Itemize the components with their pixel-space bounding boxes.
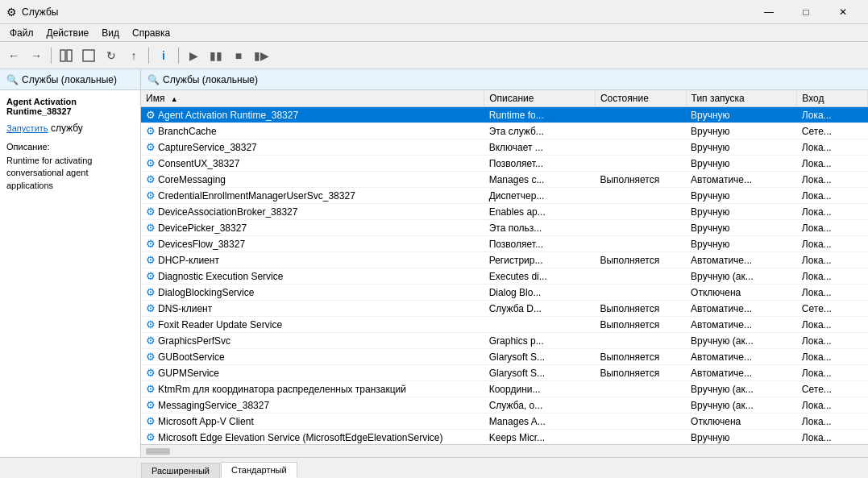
table-row[interactable]: ⚙GUPMServiceGlarysoft S...ВыполняетсяАвт… xyxy=(141,365,868,381)
service-startup-cell: Вручную xyxy=(686,220,797,236)
start-service-suffix: службу xyxy=(48,123,83,134)
service-desc-cell: Служба, о... xyxy=(484,397,596,414)
service-login-cell: Лока... xyxy=(797,333,868,349)
table-row[interactable]: ⚙Microsoft App-V ClientManages A...Отклю… xyxy=(141,414,868,430)
tab-standard[interactable]: Стандартный xyxy=(221,462,297,478)
table-row[interactable]: ⚙DevicesFlow_38327Позволяет...ВручнуюЛок… xyxy=(141,236,868,252)
service-startup-cell: Автоматиче... xyxy=(686,301,797,317)
col-header-name[interactable]: Имя ▲ xyxy=(141,90,484,107)
sort-indicator: ▲ xyxy=(171,95,178,103)
table-row[interactable]: ⚙DeviceAssociationBroker_38327Enables ap… xyxy=(141,204,868,220)
show-tree-button[interactable] xyxy=(56,45,77,66)
service-desc-cell: Manages A... xyxy=(484,414,596,430)
desc-text: Runtime for activating conversational ag… xyxy=(6,155,134,192)
table-row[interactable]: ⚙DHCP-клиентРегистрир...ВыполняетсяАвтом… xyxy=(141,252,868,268)
service-startup-cell: Вручную (ак... xyxy=(686,381,797,397)
menu-help[interactable]: Справка xyxy=(126,26,177,40)
service-state-cell: Выполняется xyxy=(595,365,686,381)
table-row[interactable]: ⚙BranchCacheЭта служб...ВручнуюСете... xyxy=(141,123,868,139)
forward-button[interactable]: → xyxy=(26,45,47,66)
service-login-cell: Сете... xyxy=(797,123,868,139)
service-name-cell: ⚙CoreMessaging xyxy=(141,172,484,188)
table-row[interactable]: ⚙DialogBlockingServiceDialog Blo...Отклю… xyxy=(141,285,868,301)
service-desc-cell: Диспетчер... xyxy=(484,188,596,204)
gear-icon: ⚙ xyxy=(146,189,156,202)
start-service-link[interactable]: Запустить xyxy=(6,123,48,133)
service-state-cell xyxy=(595,381,686,397)
service-state-cell xyxy=(595,333,686,349)
service-login-cell: Сете... xyxy=(797,381,868,397)
gear-icon: ⚙ xyxy=(146,351,156,363)
gear-icon: ⚙ xyxy=(146,173,156,185)
up-button[interactable]: ↑ xyxy=(123,45,144,66)
table-row[interactable]: ⚙CredentialEnrollmentManagerUserSvc_3832… xyxy=(141,188,868,204)
table-row[interactable]: ⚙Diagnostic Execution ServiceExecutes di… xyxy=(141,268,868,285)
service-desc-cell: Keeps Micr... xyxy=(484,430,596,445)
right-panel-search-icon: 🔍 xyxy=(147,74,160,85)
minimize-button[interactable]: — xyxy=(750,0,787,24)
hide-tree-button[interactable] xyxy=(78,45,99,66)
service-state-cell xyxy=(595,268,686,285)
restart-button[interactable]: ▮▶ xyxy=(251,45,272,66)
service-login-cell: Лока... xyxy=(797,220,868,236)
right-panel-header: 🔍 Службы (локальные) xyxy=(141,69,868,90)
service-state-cell xyxy=(595,285,686,301)
left-panel-search-icon: 🔍 xyxy=(6,74,19,85)
play-button[interactable]: ▶ xyxy=(183,45,204,66)
service-name-cell: ⚙CaptureService_38327 xyxy=(141,139,484,156)
table-row[interactable]: ⚙Agent Activation Runtime_38327Runtime f… xyxy=(141,107,868,123)
menu-file[interactable]: Файл xyxy=(3,26,40,40)
table-row[interactable]: ⚙GUBootServiceGlarysoft S...ВыполняетсяА… xyxy=(141,349,868,365)
pause-button[interactable]: ▮▮ xyxy=(206,45,226,66)
desc-label: Описание: xyxy=(6,142,134,152)
stop-button[interactable]: ■ xyxy=(228,45,249,66)
table-row[interactable]: ⚙DevicePicker_38327Эта польз...ВручнуюЛо… xyxy=(141,220,868,236)
service-name-cell: ⚙DHCP-клиент xyxy=(141,252,484,268)
table-row[interactable]: ⚙Foxit Reader Update ServiceВыполняетсяА… xyxy=(141,317,868,333)
col-header-login[interactable]: Вход xyxy=(797,90,868,107)
service-state-cell: Выполняется xyxy=(595,172,686,188)
service-login-cell: Лока... xyxy=(797,188,868,204)
svg-rect-2 xyxy=(83,50,94,61)
menu-view[interactable]: Вид xyxy=(95,26,126,40)
horizontal-scrollbar[interactable] xyxy=(141,444,868,457)
tab-bar: Расширенный Стандартный xyxy=(0,457,868,478)
col-header-desc[interactable]: Описание xyxy=(484,90,596,107)
close-button[interactable]: ✕ xyxy=(824,0,862,24)
services-table[interactable]: Имя ▲ Описание Состояние Тип запуска Вхо… xyxy=(141,90,868,444)
service-name-cell: ⚙DeviceAssociationBroker_38327 xyxy=(141,204,484,220)
service-desc-cell: Позволяет... xyxy=(484,236,596,252)
service-state-cell xyxy=(595,414,686,430)
window-title: Службы xyxy=(22,6,58,18)
table-row[interactable]: ⚙GraphicsPerfSvcGraphics p...Вручную (ак… xyxy=(141,333,868,349)
gear-icon: ⚙ xyxy=(146,238,156,250)
col-header-state[interactable]: Состояние xyxy=(595,90,686,107)
service-login-cell: Лока... xyxy=(797,139,868,156)
service-name-cell: ⚙ConsentUX_38327 xyxy=(141,156,484,172)
gear-icon: ⚙ xyxy=(146,367,156,379)
table-row[interactable]: ⚙DNS-клиентСлужба D...ВыполняетсяАвтомат… xyxy=(141,301,868,317)
service-startup-cell: Вручную (ак... xyxy=(686,333,797,349)
service-login-cell: Лока... xyxy=(797,172,868,188)
table-row[interactable]: ⚙Microsoft Edge Elevation Service (Micro… xyxy=(141,430,868,445)
table-row[interactable]: ⚙CaptureService_38327Включает ...Вручную… xyxy=(141,139,868,156)
service-state-cell xyxy=(595,123,686,139)
maximize-button[interactable]: □ xyxy=(787,0,824,24)
service-startup-cell: Автоматиче... xyxy=(686,349,797,365)
col-header-startup[interactable]: Тип запуска xyxy=(686,90,797,107)
service-desc-cell: Эта служб... xyxy=(484,123,596,139)
service-login-cell: Лока... xyxy=(797,268,868,285)
service-startup-cell: Отключена xyxy=(686,285,797,301)
tab-extended[interactable]: Расширенный xyxy=(141,463,220,478)
highlight-button[interactable]: i xyxy=(153,45,174,66)
table-header-row: Имя ▲ Описание Состояние Тип запуска Вхо… xyxy=(141,90,868,107)
menu-action[interactable]: Действие xyxy=(40,26,96,40)
right-panel: 🔍 Службы (локальные) Имя ▲ xyxy=(141,69,868,457)
refresh-button[interactable]: ↻ xyxy=(101,45,122,66)
back-button[interactable]: ← xyxy=(3,45,24,66)
table-row[interactable]: ⚙KtmRm для координатора распределенных т… xyxy=(141,381,868,397)
table-row[interactable]: ⚙MessagingService_38327Служба, о...Вручн… xyxy=(141,397,868,414)
table-row[interactable]: ⚙CoreMessagingManages c...ВыполняетсяАвт… xyxy=(141,172,868,188)
table-row[interactable]: ⚙ConsentUX_38327Позволяет...ВручнуюЛока.… xyxy=(141,156,868,172)
service-desc-cell xyxy=(484,317,596,333)
